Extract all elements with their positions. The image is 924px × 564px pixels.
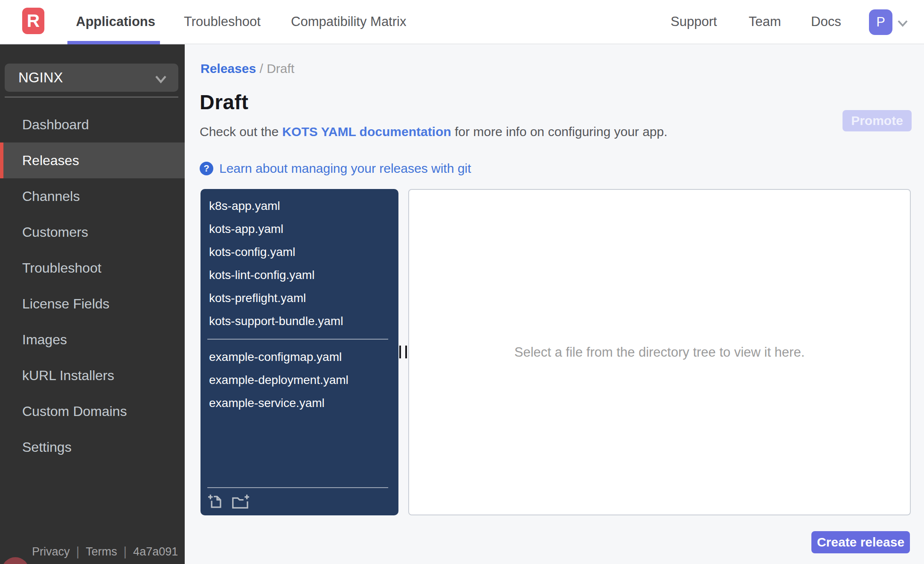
sidebar-item-license-fields[interactable]: License Fields [0,286,185,322]
learn-link-label: Learn about managing your releases with … [219,161,471,176]
file-item[interactable]: k8s-app.yaml [200,195,398,218]
sidebar-item-custom-domains[interactable]: Custom Domains [0,393,185,429]
file-tree-divider [207,339,388,340]
sidebar-menu: Dashboard Releases Channels Customers Tr… [0,107,185,465]
promote-button[interactable]: Promote [843,110,912,131]
description-prefix: Check out the [200,125,282,139]
file-tree-panel: k8s-app.yaml kots-app.yaml kots-config.y… [200,189,398,515]
app-screen: R Applications Troubleshoot Compatibilit… [0,0,924,564]
file-tree-footer [200,481,398,511]
breadcrumb: Releases / Draft [200,61,294,76]
tab-troubleshoot[interactable]: Troubleshoot [184,0,261,44]
create-release-button[interactable]: Create release [811,531,910,553]
footer-separator: | [76,545,80,559]
top-nav: R Applications Troubleshoot Compatibilit… [0,0,924,44]
app-selector-dropdown[interactable]: NGINX [5,64,178,92]
file-item[interactable]: kots-preflight.yaml [200,287,398,310]
sidebar-item-kurl-installers[interactable]: kURL Installers [0,358,185,393]
tab-applications[interactable]: Applications [76,0,155,44]
file-item[interactable]: example-configmap.yaml [200,346,398,369]
nav-link-team[interactable]: Team [749,0,781,44]
sidebar-item-settings[interactable]: Settings [0,429,185,465]
nav-link-docs[interactable]: Docs [811,0,841,44]
terms-link[interactable]: Terms [86,545,117,558]
breadcrumb-current-label: Draft [267,61,294,76]
active-tab-underline [67,41,160,44]
file-tree-actions [200,488,398,511]
breadcrumb-releases-link[interactable]: Releases [200,61,256,76]
file-item[interactable]: kots-lint-config.yaml [200,264,398,287]
sidebar-item-dashboard[interactable]: Dashboard [0,107,185,142]
sidebar-divider [5,96,178,98]
file-item[interactable]: kots-config.yaml [200,241,398,264]
nav-link-support[interactable]: Support [671,0,717,44]
new-file-icon[interactable] [206,493,224,510]
page-title: Draft [200,90,249,114]
sidebar-item-releases[interactable]: Releases [0,142,185,178]
sidebar-item-channels[interactable]: Channels [0,178,185,214]
replicated-logo-icon[interactable]: R [22,8,44,34]
sidebar-footer: Privacy | Terms | 4a7a091 [32,545,178,559]
file-tree-group-examples: example-configmap.yaml example-deploymen… [200,346,398,415]
chevron-down-icon[interactable] [895,15,910,32]
chat-bubble-icon[interactable] [2,557,29,564]
question-mark-icon: ? [200,162,213,175]
tab-compatibility-matrix[interactable]: Compatibility Matrix [291,0,406,44]
build-version: 4a7a091 [133,545,178,558]
footer-separator: | [124,545,127,559]
learn-releases-link[interactable]: ? Learn about managing your releases wit… [200,161,471,176]
avatar[interactable]: P [869,9,892,35]
file-viewer-placeholder: Select a file from the directory tree to… [514,345,805,360]
chevron-down-icon [154,72,168,88]
breadcrumb-separator: / [259,61,263,76]
file-item[interactable]: example-deployment.yaml [200,369,398,392]
new-folder-icon[interactable] [230,493,250,510]
file-item[interactable]: kots-support-bundle.yaml [200,310,398,333]
panel-splitter-drag-handle[interactable] [399,346,408,358]
file-viewer-panel: Select a file from the directory tree to… [408,189,911,515]
page-description: Check out the KOTS YAML documentation fo… [200,125,668,139]
description-suffix: for more info on configuring your app. [451,125,668,139]
sidebar: NGINX Dashboard Releases Channels Custom… [0,44,185,564]
app-selector-value: NGINX [18,70,63,85]
kots-yaml-docs-link[interactable]: KOTS YAML documentation [282,125,451,139]
sidebar-item-customers[interactable]: Customers [0,214,185,250]
file-item[interactable]: example-service.yaml [200,392,398,415]
file-item[interactable]: kots-app.yaml [200,218,398,241]
privacy-link[interactable]: Privacy [32,545,70,558]
file-tree-group-kots: k8s-app.yaml kots-app.yaml kots-config.y… [200,189,398,333]
sidebar-item-troubleshoot[interactable]: Troubleshoot [0,250,185,286]
sidebar-item-images[interactable]: Images [0,322,185,358]
